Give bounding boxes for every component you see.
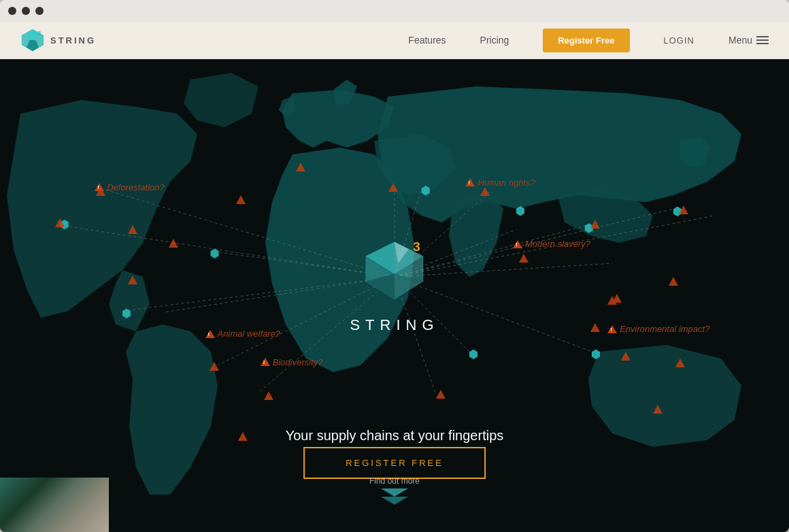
logo-text: STRING	[50, 35, 96, 46]
traffic-light-yellow[interactable]	[22, 7, 30, 15]
human-rights-label: Human rights?	[465, 178, 535, 188]
find-out-more[interactable]: Find out more	[369, 476, 420, 505]
center-logo: 3 STRING	[350, 238, 439, 334]
hamburger-icon	[756, 36, 769, 44]
thumbnail-image	[0, 478, 109, 532]
features-link[interactable]: Features	[408, 35, 446, 46]
logo-icon: 3	[20, 28, 45, 52]
animal-welfare-label: Animal welfare?	[205, 329, 281, 339]
pricing-link[interactable]: Pricing	[480, 35, 509, 46]
deforestation-label: Deforestation?	[95, 182, 165, 193]
nav-links: Features Pricing Register Free LOGIN Men…	[408, 29, 769, 52]
menu-area[interactable]: Menu	[728, 35, 769, 46]
browser-window: 3 STRING Features Pricing Register Free …	[0, 0, 789, 532]
chevron-down-icon-2	[381, 497, 408, 505]
menu-text: Menu	[728, 35, 752, 46]
bottom-left-thumbnail	[0, 478, 109, 532]
traffic-light-red[interactable]	[8, 7, 16, 15]
find-out-more-text: Find out more	[369, 476, 420, 486]
modern-slavery-label: Modern slavery?	[513, 239, 590, 249]
hero-register-button[interactable]: REGISTER FREE	[303, 447, 486, 479]
browser-chrome	[0, 0, 789, 22]
biodiversity-label: Biodiversity?	[261, 357, 323, 367]
navbar: 3 STRING Features Pricing Register Free …	[0, 22, 789, 59]
environmental-impact-label: Environmental impact?	[607, 324, 709, 334]
hero-logo-text: STRING	[350, 316, 439, 334]
svg-text:3: 3	[413, 239, 420, 254]
login-link[interactable]: LOGIN	[664, 35, 694, 46]
svg-text:3: 3	[37, 30, 41, 37]
traffic-light-green[interactable]	[35, 7, 44, 15]
logo-area: 3 STRING	[20, 28, 408, 52]
hero-tagline: Your supply chains at your fingertips	[286, 428, 504, 444]
chevron-down-icon-1	[381, 488, 408, 497]
register-button[interactable]: Register Free	[543, 29, 629, 52]
crystal-logo: 3	[359, 238, 431, 310]
hero-section: Deforestation? Human rights? Modern slav…	[0, 59, 789, 532]
